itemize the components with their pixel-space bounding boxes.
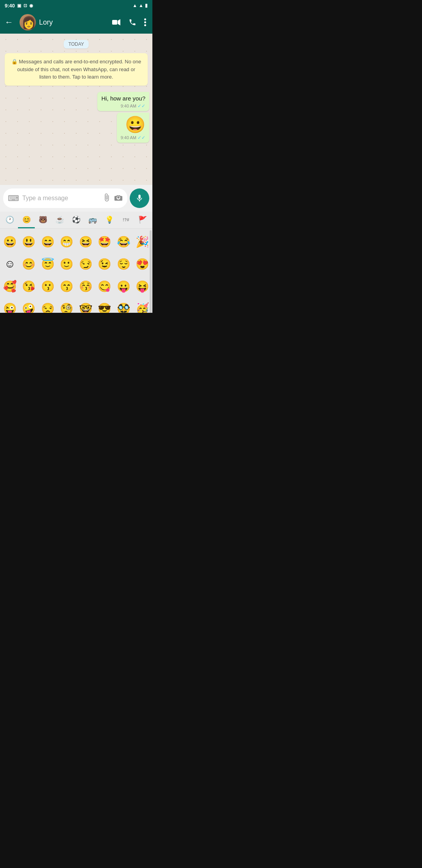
attach-icon[interactable]	[102, 193, 111, 204]
read-receipts: ✓✓	[138, 135, 145, 140]
message-input-wrapper[interactable]: ⌨ Type a message	[3, 188, 127, 208]
encryption-notice[interactable]: 🔒 Messages and calls are end-to-end encr…	[5, 53, 148, 86]
emoji-cell[interactable]: 😗	[39, 276, 57, 297]
contact-name[interactable]: Lory	[39, 18, 106, 27]
emoji-cell[interactable]: 😝	[134, 276, 152, 297]
emoji-cell[interactable]: 😇	[39, 253, 57, 274]
signal-icon: ▲	[139, 3, 143, 8]
emoji-cell[interactable]: 😜	[1, 298, 19, 313]
emoji-cell[interactable]: 😘	[20, 276, 38, 297]
tab-travel[interactable]: 🚌	[84, 213, 101, 228]
emoji-cell[interactable]: 🤪	[20, 298, 38, 313]
emoji-cell[interactable]: 😛	[114, 276, 133, 297]
emoji-cell[interactable]: 😆	[77, 231, 95, 252]
emoji-bubble: 😀 9:40 AM ✓✓	[117, 113, 149, 143]
emoji-cell[interactable]: 😉	[96, 253, 114, 274]
emoji-cell[interactable]: 😏	[77, 253, 95, 274]
message-time: 9:40 AM	[121, 104, 136, 108]
tab-activities[interactable]: ⚽	[68, 213, 84, 228]
input-bar: ⌨ Type a message	[0, 185, 152, 212]
video-call-button[interactable]	[109, 16, 124, 29]
emoji-cell[interactable]: 😌	[114, 253, 133, 274]
emoji-cell[interactable]: ☺️	[1, 253, 19, 274]
emoji-cell[interactable]: 🥳	[134, 298, 152, 313]
tab-symbols[interactable]: !?#	[118, 213, 134, 228]
keyboard-toggle-icon[interactable]: ⌨	[8, 194, 19, 203]
message-text: Hi, how are you?	[101, 95, 145, 102]
emoji-cell[interactable]: 🥸	[114, 298, 133, 313]
emoji-cell[interactable]: 🙂	[58, 253, 76, 274]
message-input[interactable]: Type a message	[22, 195, 99, 202]
svg-point-4	[144, 24, 146, 26]
emoji-cell[interactable]: 😊	[20, 253, 38, 274]
svg-rect-0	[112, 20, 117, 25]
status-time: 9:40	[5, 3, 15, 9]
scroll-indicator	[150, 230, 152, 313]
mic-button[interactable]	[130, 188, 149, 208]
battery-icon: ▮	[145, 3, 148, 8]
emoji-cell[interactable]: 🧐	[58, 298, 76, 313]
emoji-cell[interactable]: 😋	[96, 276, 114, 297]
tab-animals[interactable]: 🐻	[35, 213, 51, 228]
message-time: 9:40 AM	[121, 135, 136, 140]
emoji-cell[interactable]: 🥰	[1, 276, 19, 297]
emoji-cell[interactable]: 😃	[20, 231, 38, 252]
message-meta: 9:40 AM ✓✓	[101, 103, 145, 109]
shield-icon: ◉	[29, 3, 33, 8]
date-badge: TODAY	[3, 40, 149, 48]
emoji-cell[interactable]: 😎	[96, 298, 114, 313]
more-options-button[interactable]	[141, 15, 149, 29]
tab-smileys[interactable]: 😊	[18, 213, 34, 228]
emoji-content: 😀	[125, 115, 145, 134]
emoji-cell[interactable]: 😚	[77, 276, 95, 297]
call-button[interactable]	[125, 15, 139, 29]
emoji-cell[interactable]: 😀	[1, 231, 19, 252]
emoji-grid: 😀 😃 😄 😁 😆 🤩 😂 🎉 ☺️ 😊 😇 🙂 😏 😉 😌 😍 🥰 😘 😗 😙…	[0, 229, 152, 313]
chat-area: TODAY 🔒 Messages and calls are end-to-en…	[0, 34, 152, 185]
emoji-cell[interactable]: 😄	[39, 231, 57, 252]
tab-food[interactable]: ☕	[51, 213, 68, 228]
emoji-tabs: 🕐 😊 🐻 ☕ ⚽ 🚌 💡 !?# 🚩	[0, 212, 152, 229]
emoji-cell[interactable]: 😁	[58, 231, 76, 252]
svg-point-2	[144, 18, 146, 20]
message-row: Hi, how are you? 9:40 AM ✓✓	[3, 92, 149, 111]
emoji-cell[interactable]: 🤩	[96, 231, 114, 252]
tab-flags[interactable]: 🚩	[134, 213, 151, 228]
tab-recent[interactable]: 🕐	[2, 213, 18, 228]
emoji-cell[interactable]: 🎉	[134, 231, 152, 252]
tab-objects[interactable]: 💡	[101, 213, 118, 228]
back-button[interactable]: ←	[2, 14, 16, 30]
emoji-keyboard: 🕐 😊 🐻 ☕ ⚽ 🚌 💡 !?# 🚩 😀 😃 😄 😁 😆 🤩 😂 🎉 ☺️ 😊…	[0, 212, 152, 313]
notification-icon: ▣	[17, 3, 21, 8]
avatar[interactable]	[20, 14, 36, 30]
emoji-cell[interactable]: 😍	[134, 253, 152, 274]
sent-bubble: Hi, how are you? 9:40 AM ✓✓	[97, 92, 149, 111]
emoji-cell[interactable]: 😙	[58, 276, 76, 297]
wifi-icon: ▲	[132, 3, 137, 8]
header-actions	[109, 15, 149, 29]
svg-point-3	[144, 22, 146, 23]
emoji-cell[interactable]: 😒	[39, 298, 57, 313]
chat-header: ← Lory	[0, 11, 152, 34]
emoji-cell[interactable]: 😂	[114, 231, 133, 252]
emoji-cell[interactable]: 🤓	[77, 298, 95, 313]
message-meta: 9:40 AM ✓✓	[121, 135, 145, 140]
status-bar: 9:40 ▣ ⊡ ◉ ▲ ▲ ▮	[0, 0, 152, 11]
read-receipts: ✓✓	[138, 103, 145, 109]
box-icon: ⊡	[23, 3, 27, 8]
message-row: 😀 9:40 AM ✓✓	[3, 113, 149, 143]
camera-icon[interactable]	[114, 193, 123, 204]
svg-marker-1	[118, 19, 120, 25]
